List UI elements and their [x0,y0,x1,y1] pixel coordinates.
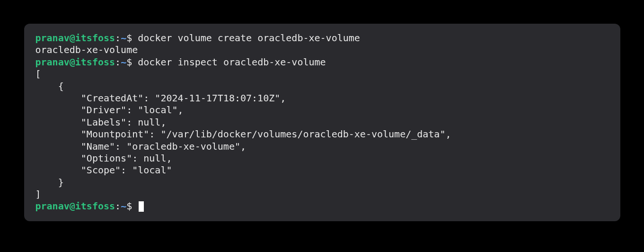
output-line: [ [35,68,609,80]
terminal-window[interactable]: pranav@itsfoss:~$ docker volume create o… [24,24,620,221]
output-line: } [35,177,609,189]
output-line: { [35,81,609,92]
prompt-colon: : [115,56,121,68]
prompt-user-host: pranav@itsfoss [35,200,115,212]
output-line: ] [35,189,609,200]
output-line: oracledb-xe-volume [35,44,609,56]
output-line: "Options": null, [35,153,609,164]
prompt-symbol: $ [126,32,138,44]
command-line-1: pranav@itsfoss:~$ docker volume create o… [35,32,609,44]
command-text: docker inspect oracledb-xe-volume [138,56,326,68]
command-text: docker volume create oracledb-xe-volume [138,32,360,44]
output-line: "Labels": null, [35,117,609,128]
prompt-symbol: $ [126,56,138,68]
prompt-colon: : [115,32,121,44]
prompt-path: ~ [121,200,126,212]
output-line: "Name": "oracledb-xe-volume", [35,141,609,153]
command-line-2: pranav@itsfoss:~$ docker inspect oracled… [35,56,609,68]
cursor-icon [139,201,144,212]
prompt-path: ~ [121,56,126,68]
output-line: "CreatedAt": "2024-11-17T18:07:10Z", [35,92,609,104]
active-prompt-line[interactable]: pranav@itsfoss:~$ [35,200,609,212]
output-line: "Mountpoint": "/var/lib/docker/volumes/o… [35,128,609,140]
prompt-user-host: pranav@itsfoss [35,32,115,44]
output-line: "Scope": "local" [35,164,609,176]
prompt-colon: : [115,200,121,212]
prompt-user-host: pranav@itsfoss [35,56,115,68]
prompt-symbol: $ [126,200,138,212]
output-line: "Driver": "local", [35,104,609,116]
prompt-path: ~ [121,32,126,44]
